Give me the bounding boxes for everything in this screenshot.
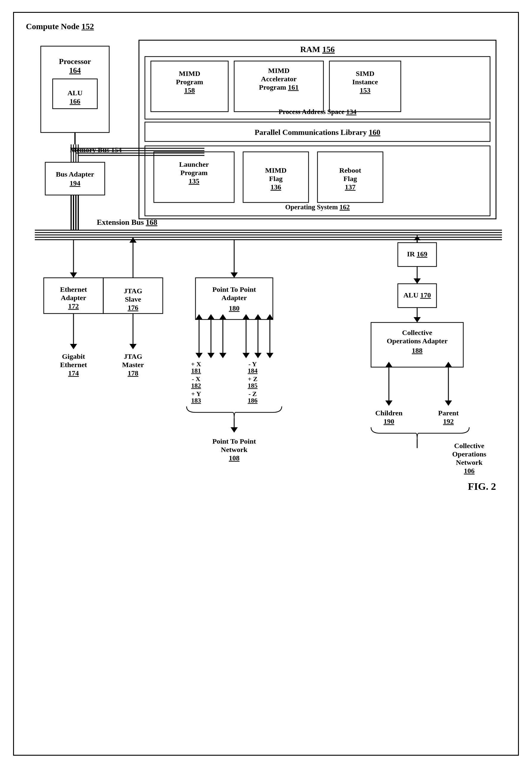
svg-text:MIMD: MIMD (179, 70, 200, 77)
svg-text:188: 188 (412, 346, 423, 354)
svg-text:185: 185 (248, 382, 258, 389)
svg-text:Collective: Collective (402, 329, 432, 336)
svg-text:181: 181 (191, 367, 201, 374)
svg-text:ALU: ALU (68, 89, 83, 97)
svg-text:182: 182 (191, 382, 201, 389)
compute-node-number: 152 (82, 22, 94, 31)
svg-marker-72 (70, 344, 77, 349)
svg-text:Ethernet: Ethernet (60, 285, 87, 293)
svg-text:Flag: Flag (269, 175, 282, 182)
svg-text:180: 180 (229, 304, 240, 312)
svg-text:186: 186 (248, 397, 258, 404)
svg-text:Program: Program (180, 169, 208, 176)
svg-text:106: 106 (464, 467, 475, 475)
svg-text:Ethernet: Ethernet (60, 361, 87, 368)
svg-text:192: 192 (443, 418, 454, 425)
svg-text:137: 137 (345, 183, 356, 191)
svg-text:166: 166 (70, 97, 80, 105)
svg-marker-95 (195, 353, 203, 358)
page: Compute Node 152 RAM 156 MIMD Program 15… (13, 12, 519, 756)
svg-text:JTAG: JTAG (124, 287, 143, 295)
svg-text:194: 194 (70, 179, 80, 187)
svg-text:Extension Bus 168: Extension Bus 168 (97, 218, 157, 226)
svg-text:174: 174 (68, 369, 79, 377)
svg-text:136: 136 (270, 183, 281, 191)
svg-text:Operating System 162: Operating System 162 (285, 203, 350, 211)
svg-text:Program 161: Program 161 (259, 83, 299, 91)
svg-marker-145 (385, 362, 392, 367)
svg-marker-110 (266, 353, 273, 358)
svg-text:Instance: Instance (352, 78, 378, 86)
svg-marker-107 (254, 353, 262, 358)
svg-text:Adapter: Adapter (61, 294, 86, 301)
svg-text:ALU 170: ALU 170 (403, 291, 431, 299)
svg-marker-98 (207, 353, 215, 358)
svg-marker-103 (242, 314, 250, 319)
svg-text:IR 169: IR 169 (407, 250, 428, 258)
svg-text:Operations: Operations (452, 450, 486, 458)
svg-marker-97 (207, 314, 215, 319)
svg-marker-137 (414, 317, 421, 322)
diagram-border: Compute Node 152 RAM 156 MIMD Program 15… (13, 12, 519, 756)
svg-text:172: 172 (68, 302, 79, 310)
svg-text:Gigabit: Gigabit (62, 352, 85, 360)
svg-marker-88 (231, 272, 238, 278)
svg-marker-101 (219, 353, 226, 358)
svg-text:135: 135 (189, 177, 199, 185)
svg-rect-48 (45, 162, 105, 195)
svg-marker-149 (445, 401, 452, 406)
svg-text:Slave: Slave (125, 295, 141, 303)
svg-text:Parent: Parent (438, 409, 459, 417)
svg-text:Flag: Flag (343, 175, 357, 182)
svg-text:Network: Network (456, 459, 483, 466)
svg-text:Process Address Space 134: Process Address Space 134 (278, 108, 356, 115)
svg-text:MIMD: MIMD (268, 67, 290, 74)
svg-marker-133 (414, 278, 421, 284)
svg-text:Memory Bus 154: Memory Bus 154 (70, 146, 122, 154)
svg-text:Bus Adapter: Bus Adapter (56, 170, 94, 178)
svg-marker-109 (266, 314, 273, 319)
svg-text:158: 158 (184, 86, 195, 94)
svg-text:190: 190 (384, 418, 394, 425)
svg-text:Point To Point: Point To Point (212, 438, 256, 445)
svg-text:Children: Children (375, 409, 403, 417)
diagram-svg: RAM 156 MIMD Program 158 MIMD Accelerato… (26, 37, 508, 737)
svg-text:108: 108 (229, 454, 240, 462)
svg-text:Master: Master (122, 361, 144, 368)
svg-text:Accelerator: Accelerator (261, 75, 297, 83)
svg-marker-124 (231, 427, 238, 433)
svg-text:Reboot: Reboot (339, 166, 361, 174)
svg-marker-66 (70, 272, 77, 278)
svg-text:176: 176 (128, 304, 138, 311)
svg-text:Processor: Processor (59, 57, 91, 66)
svg-marker-148 (445, 362, 452, 367)
svg-marker-83 (129, 344, 137, 349)
svg-text:JTAG: JTAG (124, 352, 143, 360)
svg-text:FIG. 2: FIG. 2 (468, 481, 496, 492)
compute-node-label: Compute Node 152 (26, 22, 506, 31)
svg-text:Launcher: Launcher (179, 160, 209, 168)
svg-text:184: 184 (248, 367, 258, 374)
svg-marker-104 (242, 353, 250, 358)
svg-text:Parallel Communications Librar: Parallel Communications Library 160 (255, 128, 380, 137)
svg-marker-106 (254, 314, 262, 319)
svg-text:SIMD: SIMD (356, 70, 375, 77)
svg-text:RAM 156: RAM 156 (300, 45, 335, 54)
svg-marker-100 (219, 314, 226, 319)
svg-text:MIMD: MIMD (265, 166, 287, 174)
svg-text:Operations Adapter: Operations Adapter (387, 337, 448, 345)
svg-text:Program: Program (176, 78, 203, 86)
svg-text:178: 178 (128, 369, 138, 377)
svg-text:Collective: Collective (454, 442, 484, 450)
svg-marker-94 (195, 314, 203, 319)
svg-marker-146 (385, 401, 392, 406)
svg-text:Adapter: Adapter (221, 294, 247, 301)
svg-text:164: 164 (69, 66, 81, 75)
svg-text:Network: Network (221, 446, 248, 454)
svg-text:183: 183 (191, 397, 201, 404)
svg-text:153: 153 (360, 86, 370, 94)
svg-text:Point To Point: Point To Point (212, 285, 256, 293)
